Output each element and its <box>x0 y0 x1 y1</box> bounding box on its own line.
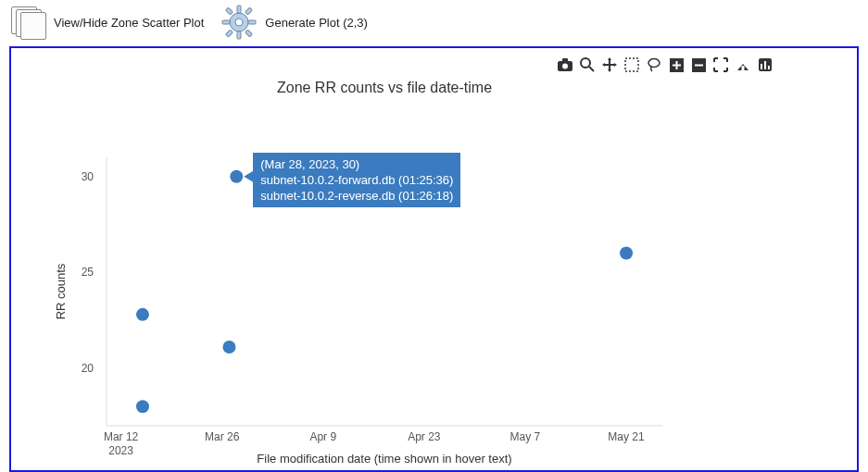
svg-point-51 <box>136 400 149 413</box>
chart-frame: Zone RR counts vs file date-time202530Ma… <box>9 46 859 472</box>
hover-line-2: subnet-10.0.2-forward.db (01:25:36) <box>260 172 453 188</box>
svg-rect-7 <box>245 7 253 15</box>
svg-text:Apr 9: Apr 9 <box>309 430 336 443</box>
top-toolbar: View/Hide Zone Scatter Plot Generate Plo… <box>0 0 868 46</box>
svg-text:2023: 2023 <box>108 444 133 457</box>
view-hide-label: View/Hide Zone Scatter Plot <box>54 16 204 30</box>
svg-text:May 7: May 7 <box>510 430 541 443</box>
generate-plot-label: Generate Plot (2,3) <box>265 16 368 30</box>
documents-stack-icon <box>9 5 46 40</box>
svg-text:File modification date (time s: File modification date (time shown in ho… <box>257 452 511 466</box>
svg-rect-9 <box>245 30 253 37</box>
svg-point-53 <box>222 341 235 354</box>
view-hide-scatter-button[interactable]: View/Hide Zone Scatter Plot <box>9 5 204 40</box>
svg-text:RR counts: RR counts <box>54 263 68 319</box>
scatter-chart: Zone RR counts vs file date-time202530Ma… <box>14 51 848 467</box>
svg-text:Mar 26: Mar 26 <box>205 430 240 443</box>
svg-rect-5 <box>248 20 256 24</box>
hover-tooltip: (Mar 28, 2023, 30) subnet-10.0.2-forward… <box>253 153 460 207</box>
svg-text:Mar 12: Mar 12 <box>104 430 139 443</box>
svg-text:May 21: May 21 <box>608 430 645 443</box>
svg-rect-4 <box>222 20 230 24</box>
svg-point-54 <box>230 170 243 183</box>
svg-text:30: 30 <box>82 170 94 183</box>
gear-icon <box>220 4 258 41</box>
svg-rect-2 <box>237 6 241 13</box>
svg-point-55 <box>620 247 633 260</box>
svg-point-1 <box>235 19 243 26</box>
hover-line-1: (Mar 28, 2023, 30) <box>260 156 453 172</box>
hover-line-3: subnet-10.0.2-reverse.db (01:26:18) <box>260 188 453 204</box>
svg-text:Zone RR counts vs file date-ti: Zone RR counts vs file date-time <box>277 80 492 95</box>
svg-text:Apr 23: Apr 23 <box>408 430 441 443</box>
chart-area[interactable]: Zone RR counts vs file date-time202530Ma… <box>14 51 848 467</box>
generate-plot-button[interactable]: Generate Plot (2,3) <box>220 4 368 41</box>
svg-rect-8 <box>226 30 233 37</box>
svg-text:25: 25 <box>82 266 94 279</box>
svg-point-52 <box>136 308 149 321</box>
svg-rect-3 <box>237 31 241 39</box>
svg-text:20: 20 <box>82 362 94 375</box>
svg-rect-6 <box>226 7 233 15</box>
